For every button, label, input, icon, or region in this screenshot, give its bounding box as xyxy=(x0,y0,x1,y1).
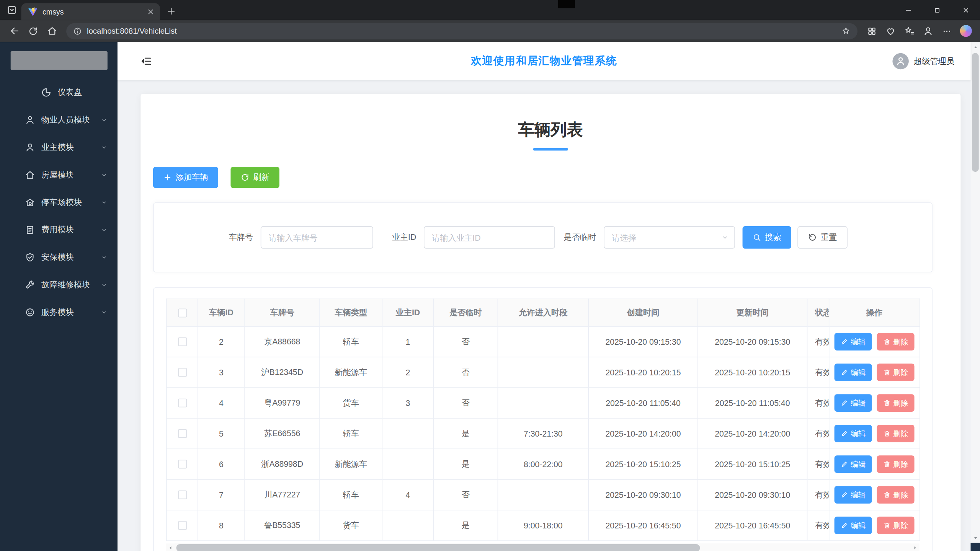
delete-button[interactable]: 删除 xyxy=(877,394,915,412)
table-row: 8鲁B55335货车是9:00-18:002025-10-20 16:45:50… xyxy=(167,510,920,541)
home-icon xyxy=(47,26,57,36)
cell-plate: 川A77227 xyxy=(245,479,320,510)
window-maximize-button[interactable] xyxy=(923,0,951,20)
tab-close-icon[interactable] xyxy=(146,7,155,16)
trash-icon xyxy=(883,460,891,468)
edit-label: 编辑 xyxy=(851,520,866,531)
cell-status: 有效 xyxy=(807,479,829,510)
trash-icon xyxy=(883,522,891,529)
cell-actions: 编辑删除 xyxy=(829,510,920,541)
bookmark-star-icon[interactable] xyxy=(841,26,851,36)
delete-button[interactable]: 删除 xyxy=(877,486,915,504)
edit-button[interactable]: 编辑 xyxy=(835,364,872,381)
main-column: 欢迎使用和居汇物业管理系统 超级管理员 车辆列表 添加车辆 xyxy=(118,42,971,551)
sidebar-item[interactable]: 安保模块 xyxy=(0,244,118,271)
browser-menu-button[interactable] xyxy=(938,22,956,40)
temporary-select-input[interactable] xyxy=(604,226,735,249)
new-tab-button[interactable] xyxy=(166,6,176,16)
add-vehicle-button[interactable]: 添加车辆 xyxy=(153,167,218,188)
sidebar-item[interactable]: 服务模块 xyxy=(0,298,118,326)
edit-button[interactable]: 编辑 xyxy=(835,394,872,412)
horizontal-scrollbar-thumb[interactable] xyxy=(176,544,700,551)
select-all-checkbox[interactable] xyxy=(178,308,186,317)
sidebar-item[interactable]: 仪表盘 xyxy=(0,79,118,106)
copilot-button[interactable] xyxy=(956,22,975,40)
scroll-left-arrow[interactable] xyxy=(166,543,175,551)
table-header-row: 车辆ID车牌号车辆类型业主ID是否临时允许进入时段创建时间更新时间状态操作 xyxy=(167,299,920,326)
sidebar-item-label: 停车场模块 xyxy=(41,197,82,208)
horizontal-scrollbar-track[interactable] xyxy=(175,543,911,551)
sidebar-item[interactable]: 房屋模块 xyxy=(0,161,118,189)
table-row: 7川A77227轿车4否2025-10-20 09:30:102025-10-2… xyxy=(167,479,920,510)
sidebar-item[interactable]: 停车场模块 xyxy=(0,189,118,216)
row-checkbox[interactable] xyxy=(178,429,186,438)
cell-period xyxy=(498,479,588,510)
delete-label: 删除 xyxy=(893,428,908,439)
profile-button[interactable] xyxy=(919,22,938,40)
reload-button[interactable] xyxy=(24,22,42,40)
table-body: 2京A88668轿车1否2025-10-20 09:15:302025-10-2… xyxy=(167,326,920,541)
delete-label: 删除 xyxy=(893,398,908,408)
row-checkbox[interactable] xyxy=(178,460,186,469)
row-checkbox[interactable] xyxy=(178,399,186,408)
user-menu[interactable]: 超级管理员 xyxy=(892,53,954,69)
scroll-up-arrow[interactable] xyxy=(971,43,980,52)
home-button[interactable] xyxy=(42,22,61,40)
back-button[interactable] xyxy=(5,22,24,40)
cell-actions: 编辑删除 xyxy=(829,388,920,418)
app-viewport: 仪表盘物业人员模块业主模块房屋模块停车场模块费用模块安保模块故障维修模块服务模块… xyxy=(0,42,980,551)
window-minimize-button[interactable] xyxy=(894,0,923,20)
row-checkbox[interactable] xyxy=(178,368,186,377)
cell-created: 2025-10-20 11:05:40 xyxy=(588,388,698,418)
row-checkbox[interactable] xyxy=(178,337,186,346)
sidebar-item[interactable]: 业主模块 xyxy=(0,134,118,161)
tab-actions-icon[interactable] xyxy=(6,4,17,15)
cell-status: 有效 xyxy=(807,449,829,479)
sidebar-item[interactable]: 费用模块 xyxy=(0,216,118,244)
cell-owner-id: 3 xyxy=(382,388,433,418)
edit-button[interactable]: 编辑 xyxy=(835,486,872,504)
extensions-grid-icon xyxy=(867,26,877,36)
browser-essentials-button[interactable] xyxy=(881,22,900,40)
page-scrollbar[interactable] xyxy=(971,42,980,551)
pencil-icon xyxy=(841,399,848,407)
delete-label: 删除 xyxy=(893,489,908,500)
page-scrollbar-thumb[interactable] xyxy=(972,53,979,172)
edit-button[interactable]: 编辑 xyxy=(835,517,872,534)
refresh-list-button[interactable]: 刷新 xyxy=(230,167,279,188)
sidebar-item[interactable]: 故障维修模块 xyxy=(0,271,118,299)
cell-temporary: 否 xyxy=(433,388,498,418)
temporary-select[interactable] xyxy=(604,226,735,249)
browser-tab[interactable]: cmsys xyxy=(21,3,160,20)
delete-button[interactable]: 删除 xyxy=(877,517,915,534)
horizontal-scrollbar[interactable] xyxy=(166,543,919,551)
delete-button[interactable]: 删除 xyxy=(877,455,915,473)
delete-button[interactable]: 删除 xyxy=(877,364,915,381)
scroll-down-arrow[interactable] xyxy=(971,533,980,542)
reset-button[interactable]: 重置 xyxy=(797,226,848,249)
cell-status: 有效 xyxy=(807,510,829,541)
edit-button[interactable]: 编辑 xyxy=(835,455,872,473)
pencil-icon xyxy=(841,460,848,468)
scroll-right-arrow[interactable] xyxy=(911,543,920,551)
chevron-down-icon xyxy=(101,144,108,151)
favorites-button[interactable] xyxy=(900,22,919,40)
cell-status: 有效 xyxy=(807,388,829,418)
row-checkbox[interactable] xyxy=(178,521,186,530)
owner-id-input[interactable] xyxy=(424,226,555,249)
edit-button[interactable]: 编辑 xyxy=(835,333,872,350)
address-bar[interactable]: localhost:8081/VehicleList xyxy=(66,23,858,39)
sidebar-item[interactable]: 物业人员模块 xyxy=(0,106,118,134)
extensions-button[interactable] xyxy=(862,22,881,40)
site-info-icon[interactable] xyxy=(73,26,82,35)
window-close-button[interactable] xyxy=(951,0,980,20)
cell-select xyxy=(167,479,198,510)
search-button[interactable]: 搜索 xyxy=(743,226,791,249)
add-vehicle-label: 添加车辆 xyxy=(176,172,208,183)
row-checkbox[interactable] xyxy=(178,491,186,499)
delete-button[interactable]: 删除 xyxy=(877,333,915,350)
edit-button[interactable]: 编辑 xyxy=(835,425,872,442)
delete-button[interactable]: 删除 xyxy=(877,425,915,442)
plate-input[interactable] xyxy=(261,226,373,249)
table-card: 车辆ID车牌号车辆类型业主ID是否临时允许进入时段创建时间更新时间状态操作 2京… xyxy=(153,287,933,551)
